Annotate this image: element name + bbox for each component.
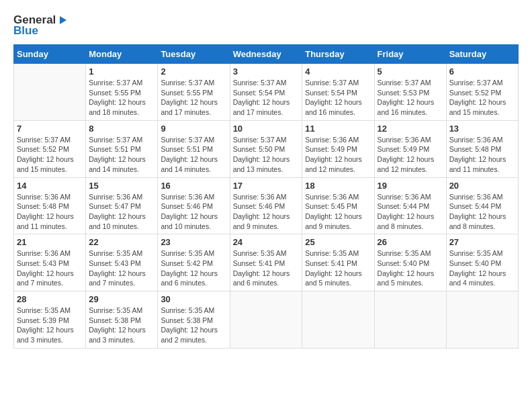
calendar-cell bbox=[302, 291, 374, 349]
calendar-cell: 16Sunrise: 5:36 AM Sunset: 5:46 PM Dayli… bbox=[158, 177, 230, 234]
calendar-cell: 17Sunrise: 5:36 AM Sunset: 5:46 PM Dayli… bbox=[230, 177, 302, 234]
logo: General Blue bbox=[13, 13, 69, 38]
calendar-cell: 3Sunrise: 5:37 AM Sunset: 5:54 PM Daylig… bbox=[230, 64, 302, 121]
day-number: 13 bbox=[449, 124, 515, 134]
day-number: 24 bbox=[233, 237, 300, 247]
day-number: 30 bbox=[161, 294, 226, 304]
logo-text: General Blue bbox=[13, 13, 69, 38]
calendar-cell: 26Sunrise: 5:35 AM Sunset: 5:40 PM Dayli… bbox=[374, 234, 446, 291]
day-info: Sunrise: 5:36 AM Sunset: 5:46 PM Dayligh… bbox=[233, 192, 300, 232]
logo-arrow-icon bbox=[57, 14, 69, 26]
day-number: 11 bbox=[305, 124, 371, 134]
day-info: Sunrise: 5:36 AM Sunset: 5:43 PM Dayligh… bbox=[17, 248, 83, 288]
day-info: Sunrise: 5:36 AM Sunset: 5:45 PM Dayligh… bbox=[305, 192, 371, 232]
day-info: Sunrise: 5:37 AM Sunset: 5:52 PM Dayligh… bbox=[17, 135, 83, 175]
calendar-cell: 1Sunrise: 5:37 AM Sunset: 5:55 PM Daylig… bbox=[86, 64, 158, 121]
day-info: Sunrise: 5:36 AM Sunset: 5:47 PM Dayligh… bbox=[89, 192, 154, 232]
calendar-cell bbox=[14, 64, 86, 121]
calendar-cell: 29Sunrise: 5:35 AM Sunset: 5:38 PM Dayli… bbox=[86, 291, 158, 349]
day-info: Sunrise: 5:37 AM Sunset: 5:53 PM Dayligh… bbox=[378, 78, 443, 118]
calendar-cell: 21Sunrise: 5:36 AM Sunset: 5:43 PM Dayli… bbox=[14, 234, 86, 291]
day-info: Sunrise: 5:37 AM Sunset: 5:54 PM Dayligh… bbox=[305, 78, 371, 118]
header-sunday: Sunday bbox=[14, 45, 86, 64]
day-info: Sunrise: 5:36 AM Sunset: 5:48 PM Dayligh… bbox=[17, 192, 83, 232]
day-number: 1 bbox=[89, 66, 154, 77]
calendar-cell: 5Sunrise: 5:37 AM Sunset: 5:53 PM Daylig… bbox=[374, 64, 446, 121]
day-info: Sunrise: 5:36 AM Sunset: 5:44 PM Dayligh… bbox=[449, 192, 515, 232]
day-number: 6 bbox=[449, 66, 515, 77]
day-number: 21 bbox=[17, 237, 83, 247]
day-info: Sunrise: 5:37 AM Sunset: 5:52 PM Dayligh… bbox=[449, 78, 515, 118]
day-number: 26 bbox=[378, 237, 443, 247]
day-info: Sunrise: 5:37 AM Sunset: 5:54 PM Dayligh… bbox=[233, 78, 300, 118]
header-saturday: Saturday bbox=[446, 45, 518, 64]
day-number: 25 bbox=[305, 237, 371, 247]
day-number: 2 bbox=[161, 66, 226, 77]
day-info: Sunrise: 5:35 AM Sunset: 5:40 PM Dayligh… bbox=[449, 248, 515, 288]
day-number: 28 bbox=[17, 294, 83, 304]
header-wednesday: Wednesday bbox=[230, 45, 302, 64]
day-number: 22 bbox=[89, 237, 154, 247]
day-number: 27 bbox=[449, 237, 515, 247]
day-number: 19 bbox=[378, 181, 443, 191]
day-info: Sunrise: 5:35 AM Sunset: 5:40 PM Dayligh… bbox=[378, 248, 443, 288]
calendar-table: SundayMondayTuesdayWednesdayThursdayFrid… bbox=[13, 44, 519, 349]
calendar-cell: 28Sunrise: 5:35 AM Sunset: 5:39 PM Dayli… bbox=[14, 291, 86, 349]
header-thursday: Thursday bbox=[302, 45, 374, 64]
calendar-cell: 9Sunrise: 5:37 AM Sunset: 5:51 PM Daylig… bbox=[158, 120, 230, 177]
calendar-week-4: 21Sunrise: 5:36 AM Sunset: 5:43 PM Dayli… bbox=[14, 234, 519, 291]
day-info: Sunrise: 5:37 AM Sunset: 5:55 PM Dayligh… bbox=[89, 78, 154, 118]
day-number: 9 bbox=[161, 124, 226, 134]
calendar-cell: 10Sunrise: 5:37 AM Sunset: 5:50 PM Dayli… bbox=[230, 120, 302, 177]
day-info: Sunrise: 5:35 AM Sunset: 5:41 PM Dayligh… bbox=[233, 248, 300, 288]
day-info: Sunrise: 5:37 AM Sunset: 5:50 PM Dayligh… bbox=[233, 135, 300, 175]
calendar-cell: 18Sunrise: 5:36 AM Sunset: 5:45 PM Dayli… bbox=[302, 177, 374, 234]
day-info: Sunrise: 5:35 AM Sunset: 5:39 PM Dayligh… bbox=[17, 306, 83, 345]
calendar-cell: 27Sunrise: 5:35 AM Sunset: 5:40 PM Dayli… bbox=[446, 234, 518, 291]
day-info: Sunrise: 5:35 AM Sunset: 5:38 PM Dayligh… bbox=[89, 306, 154, 345]
header-monday: Monday bbox=[86, 45, 158, 64]
day-number: 3 bbox=[233, 66, 300, 77]
calendar-cell bbox=[374, 291, 446, 349]
day-number: 8 bbox=[89, 124, 154, 134]
calendar-cell: 14Sunrise: 5:36 AM Sunset: 5:48 PM Dayli… bbox=[14, 177, 86, 234]
day-info: Sunrise: 5:35 AM Sunset: 5:42 PM Dayligh… bbox=[161, 248, 226, 288]
page-header: General Blue bbox=[13, 13, 519, 38]
day-number: 14 bbox=[17, 181, 83, 191]
day-info: Sunrise: 5:37 AM Sunset: 5:55 PM Dayligh… bbox=[161, 78, 226, 118]
day-number: 29 bbox=[89, 294, 154, 304]
day-number: 16 bbox=[161, 181, 226, 191]
day-info: Sunrise: 5:36 AM Sunset: 5:44 PM Dayligh… bbox=[378, 192, 443, 232]
calendar-week-5: 28Sunrise: 5:35 AM Sunset: 5:39 PM Dayli… bbox=[14, 291, 519, 349]
calendar-cell: 25Sunrise: 5:35 AM Sunset: 5:41 PM Dayli… bbox=[302, 234, 374, 291]
day-info: Sunrise: 5:35 AM Sunset: 5:38 PM Dayligh… bbox=[161, 306, 226, 345]
calendar-cell: 2Sunrise: 5:37 AM Sunset: 5:55 PM Daylig… bbox=[158, 64, 230, 121]
calendar-week-2: 7Sunrise: 5:37 AM Sunset: 5:52 PM Daylig… bbox=[14, 120, 519, 177]
header-tuesday: Tuesday bbox=[158, 45, 230, 64]
day-info: Sunrise: 5:36 AM Sunset: 5:49 PM Dayligh… bbox=[378, 135, 443, 175]
day-number: 5 bbox=[378, 66, 443, 77]
day-number: 20 bbox=[449, 181, 515, 191]
day-info: Sunrise: 5:36 AM Sunset: 5:49 PM Dayligh… bbox=[305, 135, 371, 175]
calendar-cell bbox=[230, 291, 302, 349]
calendar-cell: 6Sunrise: 5:37 AM Sunset: 5:52 PM Daylig… bbox=[446, 64, 518, 121]
day-number: 23 bbox=[161, 237, 226, 247]
calendar-cell: 7Sunrise: 5:37 AM Sunset: 5:52 PM Daylig… bbox=[14, 120, 86, 177]
calendar-cell: 30Sunrise: 5:35 AM Sunset: 5:38 PM Dayli… bbox=[158, 291, 230, 349]
calendar-cell: 24Sunrise: 5:35 AM Sunset: 5:41 PM Dayli… bbox=[230, 234, 302, 291]
day-info: Sunrise: 5:35 AM Sunset: 5:43 PM Dayligh… bbox=[89, 248, 154, 288]
calendar-cell: 22Sunrise: 5:35 AM Sunset: 5:43 PM Dayli… bbox=[86, 234, 158, 291]
svg-marker-0 bbox=[60, 16, 66, 24]
logo-blue: Blue bbox=[13, 24, 38, 38]
day-number: 18 bbox=[305, 181, 371, 191]
day-number: 12 bbox=[378, 124, 443, 134]
day-info: Sunrise: 5:35 AM Sunset: 5:41 PM Dayligh… bbox=[305, 248, 371, 288]
day-info: Sunrise: 5:37 AM Sunset: 5:51 PM Dayligh… bbox=[161, 135, 226, 175]
day-info: Sunrise: 5:37 AM Sunset: 5:51 PM Dayligh… bbox=[89, 135, 154, 175]
calendar-week-1: 1Sunrise: 5:37 AM Sunset: 5:55 PM Daylig… bbox=[14, 64, 519, 121]
calendar-header-row: SundayMondayTuesdayWednesdayThursdayFrid… bbox=[14, 45, 519, 64]
day-number: 17 bbox=[233, 181, 300, 191]
calendar-cell: 20Sunrise: 5:36 AM Sunset: 5:44 PM Dayli… bbox=[446, 177, 518, 234]
day-number: 4 bbox=[305, 66, 371, 77]
calendar-cell: 23Sunrise: 5:35 AM Sunset: 5:42 PM Dayli… bbox=[158, 234, 230, 291]
